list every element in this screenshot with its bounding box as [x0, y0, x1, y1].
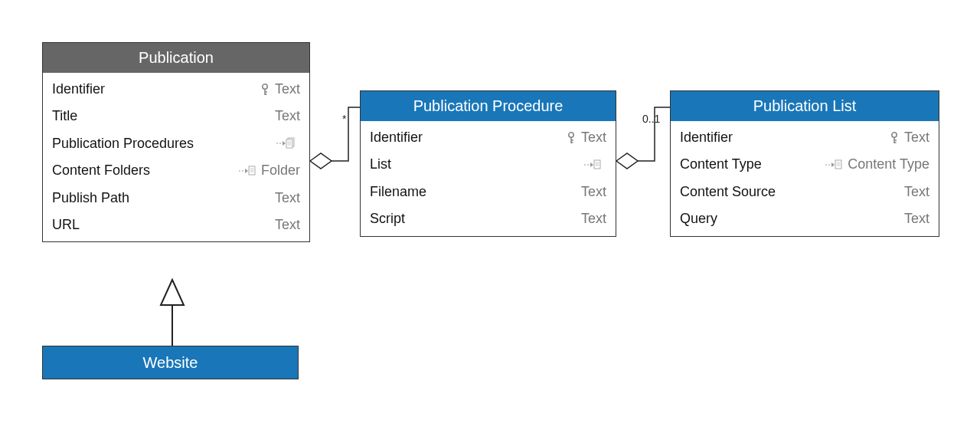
attr-label: Query	[680, 210, 717, 228]
attr-row: Identifier Text	[361, 124, 616, 151]
entity-procedure-body: Identifier Text List Filename Text Scrip…	[361, 121, 616, 236]
attr-label: Publication Procedures	[52, 135, 194, 153]
svg-marker-9	[283, 141, 286, 146]
svg-marker-3	[616, 153, 638, 169]
attr-type: Folder	[261, 162, 300, 179]
attr-label: List	[370, 156, 391, 173]
svg-marker-36	[831, 162, 835, 167]
attr-row: URL Text	[43, 212, 309, 238]
svg-point-31	[892, 132, 897, 136]
entity-publication: Publication Identifier Text Title Text P…	[42, 42, 310, 242]
attr-type: Text	[275, 107, 300, 125]
attr-row: Content Folders Folder	[43, 157, 309, 184]
attr-label: Filename	[370, 183, 426, 201]
svg-marker-16	[245, 169, 248, 173]
attr-row: Identifier Text	[671, 124, 939, 151]
attr-row: Content Source Text	[671, 179, 939, 205]
cardinality-pub-proc: *	[342, 113, 346, 125]
attr-label: Script	[370, 210, 405, 228]
attr-row: Filename Text	[361, 179, 616, 205]
attr-type: Text	[581, 129, 606, 146]
entity-website-title: Website	[143, 354, 198, 372]
svg-point-4	[263, 84, 267, 88]
attr-label: Identifier	[370, 129, 423, 146]
attr-label: Identifier	[52, 80, 105, 98]
attr-row: Publish Path Text	[43, 185, 309, 212]
attr-label: Publish Path	[52, 189, 129, 207]
attr-label: Content Type	[680, 156, 762, 173]
entity-publication-body: Identifier Text Title Text Publication P…	[43, 73, 309, 241]
reference-single-icon	[825, 159, 843, 171]
entity-procedure: Publication Procedure Identifier Text Li…	[360, 90, 616, 237]
reference-single-icon	[238, 165, 256, 177]
attr-type: Text	[581, 183, 606, 201]
attr-row: Content Type Content Type	[671, 151, 939, 178]
entity-website: Website	[42, 346, 299, 379]
entity-list-body: Identifier Text Content Type Content Typ…	[671, 121, 939, 236]
reference-multi-icon	[276, 137, 296, 149]
entity-publication-title: Publication	[43, 43, 309, 73]
cardinality-proc-list: 0..1	[642, 113, 660, 125]
attr-type: Text	[904, 129, 929, 146]
attr-row: Identifier Text	[43, 76, 309, 103]
attr-type: Text	[275, 216, 300, 234]
attr-row: Title Text	[43, 103, 309, 130]
reference-single-icon	[583, 159, 602, 171]
attr-type: Text	[275, 80, 300, 98]
attr-type: Text	[275, 189, 300, 207]
entity-procedure-title: Publication Procedure	[361, 91, 616, 121]
attr-row: Publication Procedures	[43, 130, 309, 157]
attr-row: List	[361, 151, 616, 178]
entity-list: Publication List Identifier Text Content…	[670, 90, 939, 237]
key-icon	[260, 83, 270, 97]
diagram-canvas: * 0..1 Publication Identifier Text Title…	[0, 0, 980, 443]
attr-type: Text	[904, 183, 929, 201]
key-icon	[889, 131, 900, 145]
attr-type: Text	[581, 210, 606, 228]
attr-row: Query Text	[671, 205, 939, 232]
attr-label: URL	[52, 216, 80, 234]
attr-label: Title	[52, 107, 77, 125]
svg-point-21	[569, 132, 573, 136]
attr-label: Content Source	[680, 183, 776, 201]
attr-row: Script Text	[361, 205, 616, 232]
attr-type: Text	[904, 210, 929, 228]
entity-list-title: Publication List	[671, 91, 939, 121]
svg-marker-2	[310, 153, 332, 169]
attr-label: Content Folders	[52, 162, 150, 179]
svg-marker-1	[161, 280, 184, 305]
svg-marker-26	[590, 162, 593, 167]
attr-label: Identifier	[680, 129, 733, 146]
key-icon	[566, 131, 577, 145]
attr-type: Content Type	[848, 156, 929, 173]
